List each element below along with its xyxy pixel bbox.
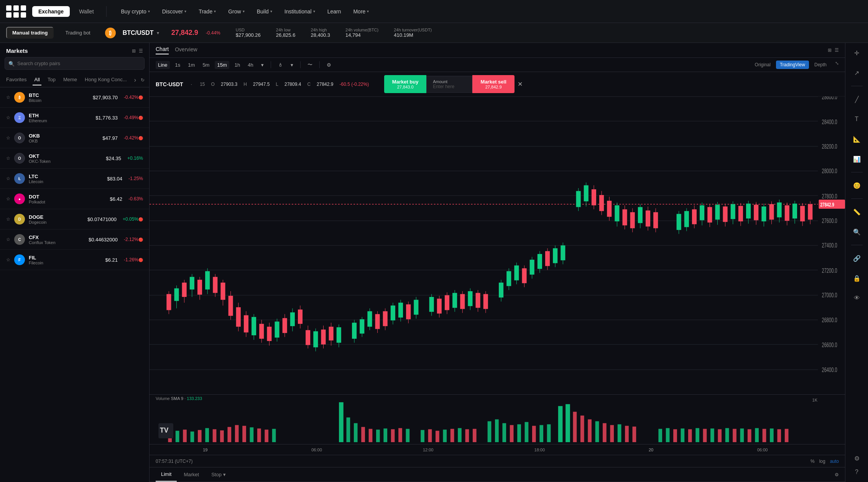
svg-rect-216 xyxy=(436,431,439,442)
line-tool[interactable]: ╱ xyxy=(850,92,864,106)
svg-rect-198 xyxy=(235,425,239,442)
original-view-btn[interactable]: Original xyxy=(751,61,774,69)
list-item[interactable]: ☆ ₿ BTC Bitcoin $27,903.70 -0.42% 🔴 xyxy=(0,87,149,108)
crypto-list: ☆ ₿ BTC Bitcoin $27,903.70 -0.42% 🔴 ☆ Ξ … xyxy=(0,87,149,482)
crosshair-tool[interactable]: ✛ xyxy=(850,46,864,60)
lock-tool[interactable]: 🔒 xyxy=(850,271,864,285)
list-item[interactable]: ☆ F FIL Filecoin $6.21 -1.26% 🔴 xyxy=(0,250,149,270)
toolbar-1m[interactable]: 1m xyxy=(186,61,197,69)
depth-view-btn[interactable]: Depth xyxy=(810,61,830,69)
list-icon[interactable]: ☰ xyxy=(139,48,143,54)
log-scale-btn[interactable]: log xyxy=(819,459,825,464)
manual-trading-btn[interactable]: Manual trading xyxy=(6,27,54,39)
favorite-star-fil[interactable]: ☆ xyxy=(6,257,10,262)
learn-link[interactable]: Learn xyxy=(322,6,347,17)
grid-icon[interactable]: ⊞ xyxy=(132,48,136,54)
filter-tab-top[interactable]: Top xyxy=(46,74,57,85)
trade-link[interactable]: Trade ▾ xyxy=(193,6,221,17)
arrow-tool[interactable]: ↗ xyxy=(850,66,864,80)
toolbar-1s[interactable]: 1s xyxy=(173,61,183,69)
auto-scale-btn[interactable]: auto xyxy=(830,459,839,464)
favorite-star-okb[interactable]: ☆ xyxy=(6,135,10,141)
indicator-tool[interactable]: 📊 xyxy=(850,152,864,166)
exchange-tab[interactable]: Exchange xyxy=(32,6,70,17)
list-item[interactable]: ☆ Ξ ETH Ethereum $1,776.33 -0.49% 🔴 xyxy=(0,108,149,128)
buy-crypto-link[interactable]: Buy crypto ▾ xyxy=(116,6,155,17)
favorite-star-okt[interactable]: ☆ xyxy=(6,156,10,161)
search-input[interactable] xyxy=(5,57,145,70)
eye-tool[interactable]: 👁 xyxy=(850,291,864,305)
cfx-icon: C xyxy=(14,234,25,245)
toolbar-indicator[interactable]: 〜 xyxy=(305,60,315,69)
chart-tab[interactable]: Chart xyxy=(156,46,169,54)
filter-tab-all[interactable]: All xyxy=(33,74,41,85)
toolbar-more-tf[interactable]: ▾ xyxy=(259,61,266,69)
magnet-tool[interactable]: 🔗 xyxy=(850,251,864,265)
order-form-settings[interactable]: ⚙ xyxy=(835,472,839,477)
list-item[interactable]: ☆ C CFX Conflux Token $0.44632000 -2.12%… xyxy=(0,230,149,250)
ruler-tool[interactable]: 📏 xyxy=(850,205,864,219)
svg-rect-90 xyxy=(391,305,395,320)
favorite-star-doge[interactable]: ☆ xyxy=(6,216,10,222)
favorite-star-eth[interactable]: ☆ xyxy=(6,115,10,120)
help-icon[interactable]: ? xyxy=(850,465,864,479)
favorite-star-ltc[interactable]: ☆ xyxy=(6,176,10,181)
expand-icon[interactable]: ⤡ xyxy=(835,61,839,69)
toolbar-5m[interactable]: 5m xyxy=(200,61,212,69)
measure-tool[interactable]: 📐 xyxy=(850,132,864,146)
toolbar-1h[interactable]: 1h xyxy=(232,61,242,69)
stop-tab[interactable]: Stop ▾ xyxy=(206,468,231,481)
grid-view-icon[interactable]: ⊞ xyxy=(828,48,832,53)
zoom-tool[interactable]: 🔍 xyxy=(850,225,864,239)
list-item[interactable]: ☆ O OKT OKC-Token $24.35 +0.16% xyxy=(0,148,149,169)
toolbar-candle-more[interactable]: ▾ xyxy=(288,61,296,69)
discover-link[interactable]: Discover ▾ xyxy=(157,6,192,17)
grow-link[interactable]: Grow ▾ xyxy=(223,6,250,17)
market-tab[interactable]: Market xyxy=(178,468,204,481)
filter-tab-hk[interactable]: Hong Kong Conc... xyxy=(83,74,128,85)
list-item[interactable]: ☆ O OKB OKB $47.97 -0.42% 🔴 xyxy=(0,128,149,148)
tradingview-btn[interactable]: TradingView xyxy=(776,61,809,69)
settings-gear-icon[interactable]: ⚙ xyxy=(850,451,864,465)
institutional-link[interactable]: Institutional ▾ xyxy=(279,6,321,17)
svg-rect-60 xyxy=(267,327,271,341)
list-item[interactable]: ☆ D DOGE Dogecoin $0.07471000 +0.05% 🔴 xyxy=(0,209,149,230)
market-sell-button[interactable]: Market sell 27,842.9 xyxy=(472,75,515,93)
trading-bot-btn[interactable]: Trading bot xyxy=(60,28,95,38)
close-order-overlay-button[interactable]: ✕ xyxy=(518,80,523,88)
favorite-star-dot[interactable]: ☆ xyxy=(6,196,10,202)
toolbar-15m[interactable]: 15m xyxy=(215,61,229,69)
svg-text:27400.0: 27400.0 xyxy=(822,242,837,249)
list-view-icon[interactable]: ☰ xyxy=(835,48,839,53)
wallet-tab[interactable]: Wallet xyxy=(73,6,100,17)
limit-tab[interactable]: Limit xyxy=(156,467,177,482)
svg-rect-192 xyxy=(191,431,194,442)
refresh-icon[interactable]: ↻ xyxy=(141,77,145,83)
toolbar-candle-type[interactable]: 🕯 xyxy=(276,61,285,69)
overview-tab[interactable]: Overview xyxy=(175,46,197,54)
24h-high-stat: 24h high 28,400.3 xyxy=(311,28,330,38)
amount-input[interactable]: Amount Enter here xyxy=(426,76,472,93)
text-tool[interactable]: T xyxy=(850,112,864,126)
percent-scale-btn[interactable]: % xyxy=(810,459,815,464)
toolbar-4h[interactable]: 4h xyxy=(245,61,255,69)
more-link[interactable]: More ▾ xyxy=(348,6,374,17)
svg-rect-190 xyxy=(176,431,179,442)
list-item[interactable]: ☆ ● DOT Polkadot $6.42 -0.63% xyxy=(0,189,149,209)
emoji-tool[interactable]: 😊 xyxy=(850,179,864,192)
filter-more-icon[interactable]: › xyxy=(134,77,136,84)
okx-logo[interactable] xyxy=(6,5,26,18)
pair-selector[interactable]: ₿ BTC/USDT ▾ xyxy=(105,28,159,38)
filter-tab-favorites[interactable]: Favorites xyxy=(5,74,28,85)
eth-change: -0.49% xyxy=(124,115,138,120)
favorite-star-btc[interactable]: ☆ xyxy=(6,95,10,100)
list-item[interactable]: ☆ Ł LTC Litecoin $83.04 -1.25% xyxy=(0,169,149,189)
market-buy-button[interactable]: Market buy 27,843.0 xyxy=(384,75,426,93)
favorite-star-cfx[interactable]: ☆ xyxy=(6,237,10,242)
toolbar-line[interactable]: Line xyxy=(156,61,170,69)
filter-tab-meme[interactable]: Meme xyxy=(62,74,79,85)
toolbar-settings[interactable]: ⚙ xyxy=(324,61,334,69)
filter-tabs: Favorites All Top Meme Hong Kong Conc...… xyxy=(0,73,149,87)
volume-sma-label: SMA 9 xyxy=(171,396,183,401)
build-link[interactable]: Build ▾ xyxy=(252,6,278,17)
